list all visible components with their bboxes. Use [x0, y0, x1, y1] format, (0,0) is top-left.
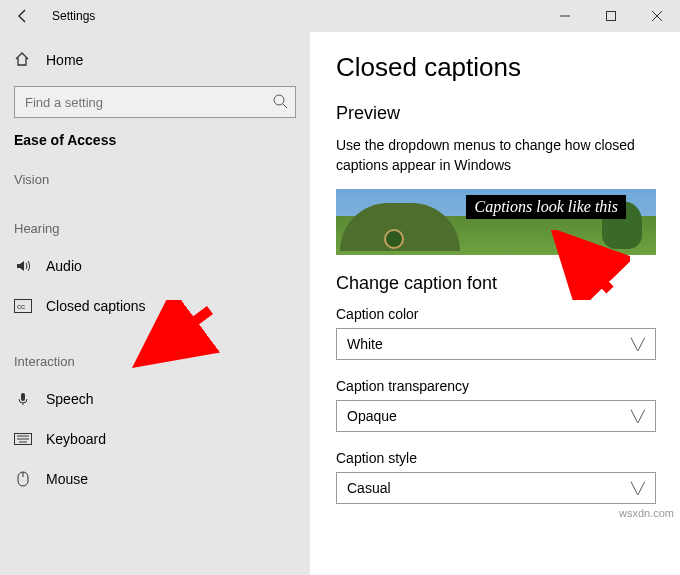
nav-keyboard[interactable]: Keyboard — [0, 419, 310, 459]
search-icon — [272, 93, 288, 113]
audio-icon — [14, 258, 32, 274]
titlebar: Settings — [0, 0, 680, 32]
preview-heading: Preview — [336, 103, 654, 124]
nav-speech-label: Speech — [46, 391, 93, 407]
arrow-left-icon — [15, 8, 31, 24]
font-heading: Change caption font — [336, 273, 654, 294]
svg-rect-8 — [21, 393, 25, 401]
caption-color-value: White — [347, 336, 383, 352]
nav-mouse-label: Mouse — [46, 471, 88, 487]
svg-point-4 — [274, 95, 284, 105]
nav-speech[interactable]: Speech — [0, 379, 310, 419]
minimize-icon — [560, 11, 570, 21]
caption-color-select[interactable]: White ╲╱ — [336, 328, 656, 360]
svg-rect-1 — [607, 12, 616, 21]
close-button[interactable] — [634, 0, 680, 32]
category-vision: Vision — [0, 172, 310, 187]
mouse-icon — [14, 471, 32, 487]
caption-style-label: Caption style — [336, 450, 654, 466]
svg-text:cc: cc — [17, 302, 25, 311]
preview-description: Use the dropdown menus to change how clo… — [336, 136, 654, 175]
home-label: Home — [46, 52, 83, 68]
chevron-down-icon: ╲╱ — [631, 482, 645, 495]
chevron-down-icon: ╲╱ — [631, 410, 645, 423]
window-controls — [542, 0, 680, 32]
caption-style-value: Casual — [347, 480, 391, 496]
page-heading: Closed captions — [336, 52, 654, 83]
home-nav[interactable]: Home — [0, 42, 310, 78]
window-title: Settings — [52, 9, 95, 23]
maximize-button[interactable] — [588, 0, 634, 32]
nav-closed-captions-label: Closed captions — [46, 298, 146, 314]
nav-keyboard-label: Keyboard — [46, 431, 106, 447]
search-wrap — [14, 86, 296, 118]
search-input[interactable] — [14, 86, 296, 118]
content-pane: Closed captions Preview Use the dropdown… — [310, 32, 680, 575]
home-icon — [14, 51, 32, 70]
nav-mouse[interactable]: Mouse — [0, 459, 310, 499]
caption-preview: Captions look like this — [336, 189, 656, 255]
svg-line-5 — [283, 104, 287, 108]
caption-sample: Captions look like this — [466, 195, 626, 219]
nav-audio[interactable]: Audio — [0, 246, 310, 286]
caption-color-label: Caption color — [336, 306, 654, 322]
nav-closed-captions[interactable]: cc Closed captions — [0, 286, 310, 326]
close-icon — [652, 11, 662, 21]
keyboard-icon — [14, 433, 32, 445]
category-interaction: Interaction — [0, 354, 310, 369]
sidebar: Home Ease of Access Vision Hearing Audio… — [0, 32, 310, 575]
microphone-icon — [14, 391, 32, 407]
watermark: wsxdn.com — [619, 507, 674, 519]
caption-transparency-select[interactable]: Opaque ╲╱ — [336, 400, 656, 432]
maximize-icon — [606, 11, 616, 21]
minimize-button[interactable] — [542, 0, 588, 32]
category-hearing: Hearing — [0, 221, 310, 236]
closed-captions-icon: cc — [14, 299, 32, 313]
chevron-down-icon: ╲╱ — [631, 338, 645, 351]
back-button[interactable] — [0, 0, 46, 32]
caption-transparency-value: Opaque — [347, 408, 397, 424]
group-title: Ease of Access — [0, 132, 310, 148]
caption-style-select[interactable]: Casual ╲╱ — [336, 472, 656, 504]
nav-audio-label: Audio — [46, 258, 82, 274]
caption-transparency-label: Caption transparency — [336, 378, 654, 394]
